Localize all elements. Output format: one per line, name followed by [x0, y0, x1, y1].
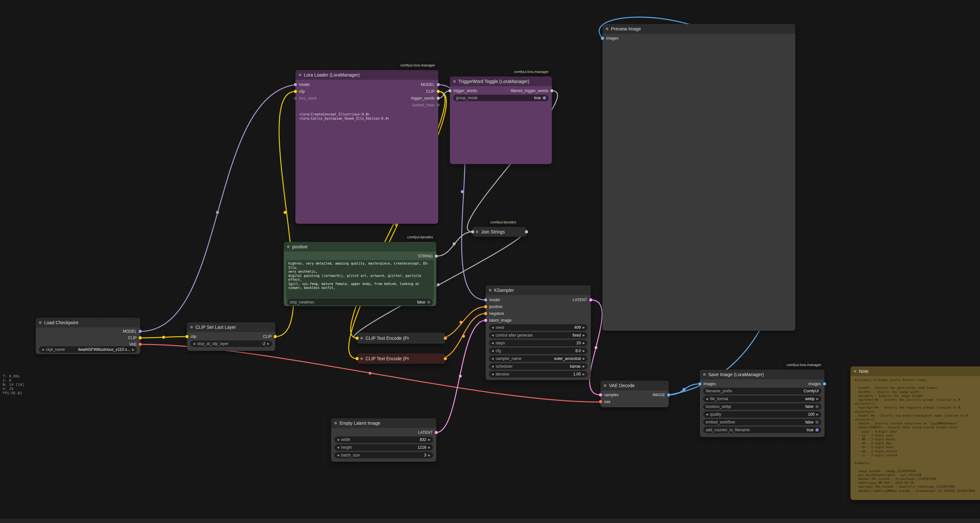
- collapse-dot[interactable]: [453, 80, 456, 83]
- input-slot-latent-image[interactable]: [484, 319, 487, 322]
- widget-sampler-name[interactable]: ◀sampler_nameeuler_ancestral▶: [489, 355, 587, 362]
- output-slot-string[interactable]: [435, 255, 438, 258]
- combo-left-icon[interactable]: ◀: [492, 357, 494, 360]
- input-slot-vae[interactable]: [599, 400, 602, 403]
- node-clip-text-encode-positive[interactable]: CLIP Text Encode (Pr: [357, 333, 445, 344]
- input-slot-clip[interactable]: [294, 90, 297, 93]
- combo-right-icon[interactable]: ▶: [583, 357, 585, 360]
- input-slot-dot[interactable]: [355, 336, 359, 340]
- node-vae-decode[interactable]: VAE Decode samples IMAGE vae: [601, 381, 669, 407]
- node-note[interactable]: Note Available filename_prefix Pattern C…: [851, 366, 980, 500]
- collapse-dot[interactable]: [299, 74, 301, 76]
- node-header[interactable]: Preview Image: [603, 24, 795, 34]
- input-slot-images[interactable]: [601, 36, 604, 40]
- output-slot-trigger-words[interactable]: [437, 97, 440, 100]
- toggle-indicator[interactable]: [815, 428, 819, 431]
- collapse-dot[interactable]: [360, 337, 363, 339]
- combo-left-icon[interactable]: ◀: [41, 348, 44, 351]
- widget-seed[interactable]: ◀seed409▶: [489, 324, 587, 331]
- node-lora-loader[interactable]: comfyui-lora-manager Lora Loader (LoraMa…: [295, 70, 438, 224]
- widget-filename-prefix[interactable]: filename_prefixComfyUI: [703, 388, 821, 394]
- toggle-indicator[interactable]: [543, 96, 546, 100]
- combo-right-icon[interactable]: ▶: [132, 348, 134, 351]
- widget-height[interactable]: ◀height1216▶: [334, 444, 433, 451]
- node-clip-text-encode-negative[interactable]: CLIP Text Encode (Pr: [357, 353, 445, 364]
- node-clip-set-last-layer[interactable]: CLIP Set Last Layer clip CLIP ◀stop_at_c…: [187, 322, 275, 351]
- widget-quality[interactable]: ◀quality100▶: [703, 411, 821, 418]
- node-load-checkpoint[interactable]: Load Checkpoint MODEL CLIP VAE ◀ckpt_nam…: [36, 318, 140, 354]
- node-save-image[interactable]: comfyui-lora-manager Save Image (LoraMan…: [700, 369, 824, 437]
- prompt-textarea[interactable]: highres, very detailed, amazing quality,…: [286, 260, 434, 300]
- combo-right-icon[interactable]: ▶: [428, 454, 430, 457]
- node-header[interactable]: Empty Latent Image: [331, 418, 436, 428]
- output-slot-latent[interactable]: [435, 431, 438, 434]
- combo-left-icon[interactable]: ◀: [492, 342, 494, 345]
- combo-right-icon[interactable]: ▶: [583, 326, 585, 329]
- collapse-dot[interactable]: [604, 384, 606, 387]
- output-slot-dot[interactable]: [525, 230, 528, 233]
- combo-left-icon[interactable]: ◀: [193, 342, 195, 345]
- output-slot-filtered-trigger-words[interactable]: [550, 89, 554, 92]
- node-preview-image[interactable]: Preview Image images: [603, 24, 795, 331]
- combo-right-icon[interactable]: ▶: [583, 334, 585, 337]
- output-slot-model[interactable]: [437, 83, 440, 86]
- node-header[interactable]: Note: [851, 366, 980, 376]
- widget-cfg[interactable]: ◀cfg8.0▶: [489, 347, 587, 354]
- collapse-dot[interactable]: [489, 289, 492, 292]
- widget-lossless-webp[interactable]: lossless_webpfalse: [703, 403, 821, 410]
- collapse-dot[interactable]: [334, 422, 337, 425]
- input-slot-samples[interactable]: [599, 393, 602, 396]
- collapse-dot[interactable]: [703, 373, 706, 376]
- widget-steps[interactable]: ◀steps20▶: [489, 340, 587, 346]
- combo-right-icon[interactable]: ▶: [428, 446, 430, 449]
- combo-left-icon[interactable]: ◀: [706, 398, 708, 401]
- output-slot-dot[interactable]: [444, 336, 447, 340]
- node-header[interactable]: KSampler: [485, 285, 591, 295]
- collapse-dot[interactable]: [287, 246, 290, 248]
- node-header[interactable]: Save Image (LoraManager): [700, 369, 824, 379]
- output-slot-model[interactable]: [138, 330, 142, 333]
- input-slot-lora-stack[interactable]: [294, 97, 297, 100]
- lora-syntax-text[interactable]: <lora:CreateConcept_Illustrious:0.8> <lo…: [299, 112, 434, 120]
- widget-denoise[interactable]: ◀denoise1.00▶: [489, 371, 587, 377]
- input-slot-trigger-words[interactable]: [448, 89, 452, 92]
- collapse-dot[interactable]: [476, 231, 479, 233]
- input-slot-model[interactable]: [484, 298, 487, 301]
- node-ksampler[interactable]: KSampler model LATENT positive negative …: [485, 285, 591, 380]
- toggle-indicator[interactable]: [427, 301, 430, 304]
- node-join-strings[interactable]: comfyui-kjnodes Join Strings: [473, 227, 527, 237]
- output-slot-clip[interactable]: [274, 335, 277, 338]
- combo-left-icon[interactable]: ◀: [492, 334, 494, 337]
- widget-ckpt-name[interactable]: ◀ckpt_nameilwaiNSFWIllustrious_v110.s...…: [39, 346, 137, 353]
- combo-right-icon[interactable]: ▶: [816, 398, 819, 401]
- node-header[interactable]: Lora Loader (LoraManager): [295, 70, 438, 80]
- node-graph-canvas[interactable]: Preview Image images comfyui-lora-manage…: [0, 0, 980, 523]
- input-slot-positive[interactable]: [484, 305, 487, 308]
- widget-stop-at-clip-layer[interactable]: ◀stop_at_clip_layer-2▶: [190, 341, 272, 347]
- toggle-indicator[interactable]: [815, 405, 819, 408]
- collapse-dot[interactable]: [606, 28, 608, 30]
- output-slot-images[interactable]: [823, 382, 826, 385]
- input-slot-negative[interactable]: [484, 312, 487, 315]
- collapse-dot[interactable]: [360, 357, 363, 360]
- combo-right-icon[interactable]: ▶: [267, 342, 269, 345]
- combo-left-icon[interactable]: ◀: [492, 373, 494, 376]
- combo-left-icon[interactable]: ◀: [492, 350, 494, 352]
- toggle-indicator[interactable]: [815, 420, 819, 424]
- collapse-dot[interactable]: [190, 326, 193, 328]
- node-empty-latent-image[interactable]: Empty Latent Image LATENT ◀width832▶ ◀he…: [331, 418, 436, 462]
- widget-add-counter-to-filename[interactable]: add_counter_to_filenametrue: [703, 427, 821, 433]
- input-slot-dot[interactable]: [471, 230, 474, 233]
- note-textarea[interactable]: Available filename_prefix Pattern Codes …: [854, 378, 980, 498]
- combo-right-icon[interactable]: ▶: [583, 342, 585, 345]
- widget-scheduler[interactable]: ◀schedulerkarras▶: [489, 363, 587, 369]
- output-slot-loaded-loras[interactable]: [437, 103, 440, 107]
- input-slot-clip[interactable]: [185, 335, 189, 338]
- collapse-dot[interactable]: [39, 321, 41, 324]
- output-slot-vae[interactable]: [138, 343, 142, 346]
- node-header[interactable]: CLIP Set Last Layer: [187, 322, 275, 332]
- combo-right-icon[interactable]: ▶: [583, 365, 585, 368]
- output-slot-dot[interactable]: [444, 357, 447, 360]
- node-header[interactable]: VAE Decode: [601, 381, 669, 390]
- combo-left-icon[interactable]: ◀: [337, 446, 339, 449]
